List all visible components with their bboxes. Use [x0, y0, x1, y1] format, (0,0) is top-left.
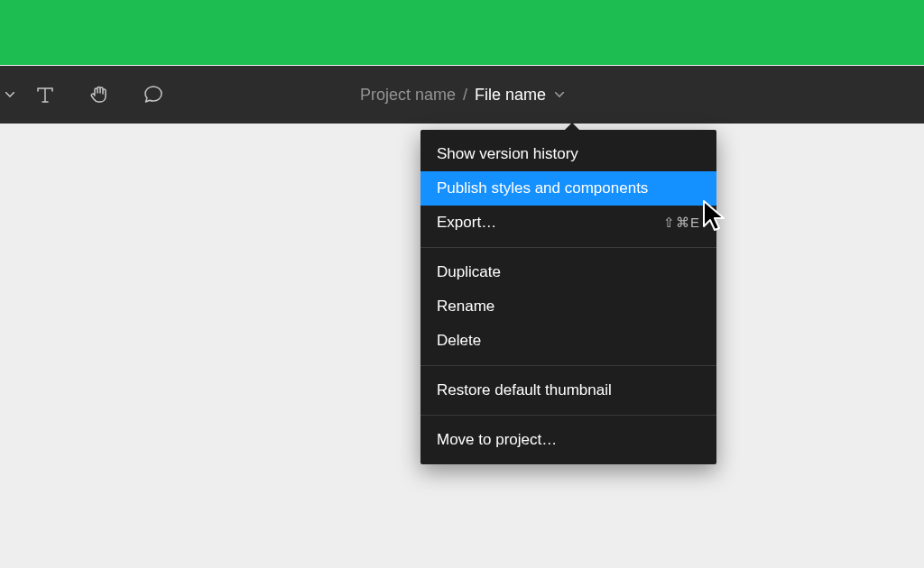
comment-icon: [143, 84, 164, 105]
dropdown-arrow: [565, 123, 579, 130]
menu-item-label: Delete: [437, 332, 481, 350]
menu-item-restore-thumbnail[interactable]: Restore default thumbnail: [420, 373, 716, 408]
toolbar: Project name / File name: [0, 66, 924, 124]
menu-separator: [420, 365, 716, 366]
menu-item-label: Rename: [437, 298, 494, 316]
comment-tool-button[interactable]: [126, 73, 180, 116]
hand-icon: [88, 84, 110, 105]
chevron-down-icon: [5, 92, 14, 97]
text-tool-button[interactable]: [18, 73, 72, 116]
toolbar-left-group: [0, 66, 180, 124]
menu-item-export[interactable]: Export… ⇧⌘E: [420, 206, 716, 240]
menu-item-version-history[interactable]: Show version history: [420, 137, 716, 171]
hand-tool-button[interactable]: [72, 73, 126, 116]
menu-item-shortcut: ⇧⌘E: [663, 215, 700, 231]
file-name-label: File name: [475, 86, 546, 105]
header-green-bar: [0, 0, 924, 65]
toolbar-dropdown-button[interactable]: [0, 73, 18, 116]
title-area[interactable]: Project name / File name: [360, 86, 564, 105]
menu-separator: [420, 247, 716, 248]
project-name-label: Project name: [360, 86, 456, 105]
file-dropdown-menu: Show version history Publish styles and …: [420, 130, 716, 464]
menu-item-label: Publish styles and components: [437, 179, 648, 197]
menu-item-label: Restore default thumbnail: [437, 381, 612, 399]
menu-item-publish[interactable]: Publish styles and components: [420, 171, 716, 206]
title-separator: /: [463, 86, 467, 105]
menu-item-rename[interactable]: Rename: [420, 289, 716, 324]
chevron-down-icon: [555, 92, 564, 97]
menu-separator: [420, 415, 716, 416]
menu-item-delete[interactable]: Delete: [420, 324, 716, 358]
menu-item-duplicate[interactable]: Duplicate: [420, 255, 716, 289]
title-chevron[interactable]: [555, 92, 564, 97]
text-icon: [35, 85, 55, 105]
menu-item-move-to-project[interactable]: Move to project…: [420, 423, 716, 457]
menu-item-label: Show version history: [437, 145, 578, 163]
menu-item-label: Move to project…: [437, 431, 557, 449]
menu-item-label: Duplicate: [437, 263, 501, 281]
menu-item-label: Export…: [437, 214, 496, 232]
